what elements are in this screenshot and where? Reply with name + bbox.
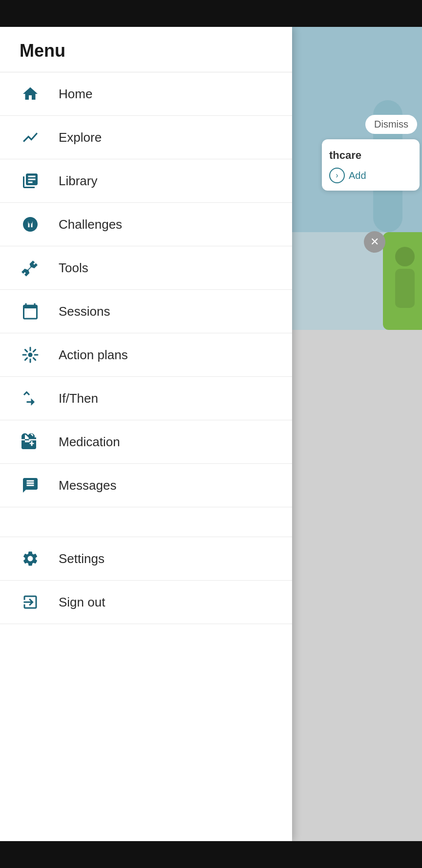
sidebar-item-medication[interactable]: Medication — [0, 420, 292, 464]
sidebar-item-messages[interactable]: Messages — [0, 464, 292, 507]
status-bar — [0, 0, 422, 27]
tools-icon — [20, 257, 41, 279]
settings-icon — [20, 548, 41, 569]
menu-items-list: Home Explore Library — [0, 72, 292, 841]
medication-icon — [20, 431, 41, 453]
popup-card-action[interactable]: › Add — [329, 168, 412, 183]
sidebar-item-tools[interactable]: Tools — [0, 246, 292, 290]
svg-point-4 — [28, 353, 33, 357]
add-chevron-icon[interactable]: › — [329, 168, 345, 183]
sidebar-item-sessions[interactable]: Sessions — [0, 290, 292, 333]
action-plans-label: Action plans — [59, 347, 128, 363]
sidebar-item-action-plans[interactable]: Action plans — [0, 333, 292, 377]
sidebar-item-explore[interactable]: Explore — [0, 116, 292, 159]
messages-icon — [20, 475, 41, 496]
sessions-label: Sessions — [59, 304, 110, 319]
menu-title: Menu — [20, 41, 65, 61]
bg-bottom-area — [288, 330, 422, 841]
messages-label: Messages — [59, 478, 117, 493]
home-icon — [20, 83, 41, 105]
tools-label: Tools — [59, 260, 88, 276]
home-label: Home — [59, 87, 92, 102]
sidebar-item-challenges[interactable]: Challenges — [0, 203, 292, 246]
popup-card: thcare › Add — [322, 139, 420, 191]
sign-out-icon — [20, 591, 41, 613]
challenges-icon — [20, 214, 41, 235]
sessions-icon — [20, 301, 41, 322]
sidebar-item-home[interactable]: Home — [0, 72, 292, 116]
sidebar-item-library[interactable]: Library — [0, 159, 292, 203]
sidebar-item-if-then[interactable]: If/Then — [0, 377, 292, 420]
menu-drawer: Menu Home Explore — [0, 27, 292, 841]
nav-bar — [0, 841, 422, 868]
background-content: Dismiss thcare › Add ✕ — [288, 27, 422, 841]
explore-icon — [20, 127, 41, 148]
library-label: Library — [59, 174, 97, 189]
settings-label: Settings — [59, 551, 105, 566]
library-icon — [20, 170, 41, 192]
svg-rect-3 — [395, 269, 415, 308]
green-card — [383, 232, 422, 330]
explore-label: Explore — [59, 130, 102, 145]
menu-header: Menu — [0, 27, 292, 72]
close-icon[interactable]: ✕ — [364, 231, 385, 253]
sign-out-label: Sign out — [59, 595, 105, 610]
svg-point-2 — [395, 247, 415, 266]
add-label: Add — [349, 170, 366, 181]
menu-spacer — [0, 507, 292, 537]
popup-card-title: thcare — [329, 149, 412, 162]
medication-label: Medication — [59, 434, 120, 450]
sidebar-item-settings[interactable]: Settings — [0, 537, 292, 581]
bg-top-area: Dismiss thcare › Add — [288, 27, 422, 232]
action-plans-icon — [20, 344, 41, 366]
dismiss-button[interactable]: Dismiss — [365, 115, 417, 134]
if-then-label: If/Then — [59, 391, 98, 406]
challenges-label: Challenges — [59, 217, 122, 232]
sidebar-item-sign-out[interactable]: Sign out — [0, 581, 292, 624]
if-then-icon — [20, 388, 41, 409]
